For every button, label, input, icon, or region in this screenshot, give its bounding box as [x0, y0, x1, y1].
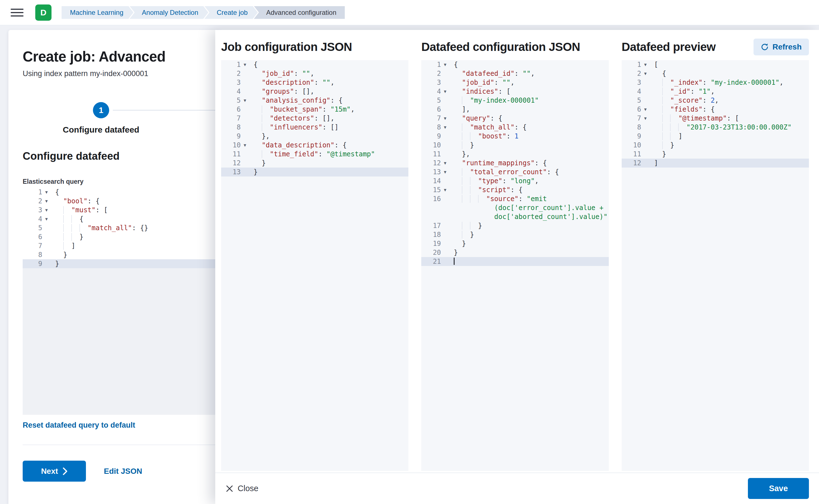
code-line[interactable]: 11 }, [421, 150, 608, 159]
code-line[interactable]: 17 } [421, 221, 608, 230]
code-line[interactable]: 3 "_index": "my-index-000001", [622, 78, 809, 87]
code-text: }, [454, 150, 608, 159]
code-line[interactable]: 1▾{ [421, 60, 608, 69]
code-line[interactable]: 8 "influencers": [] [221, 123, 408, 132]
datafeed-preview-editor[interactable]: 1▾[2▾ {3 "_index": "my-index-000001",4 "… [622, 60, 809, 471]
refresh-button[interactable]: Refresh [754, 39, 809, 55]
fold-caret-icon[interactable]: ▾ [441, 114, 449, 123]
code-line[interactable]: 9} [23, 259, 219, 268]
line-number: 15 [426, 185, 441, 194]
code-line[interactable]: 14 "type": "long", [421, 176, 608, 185]
reset-datafeed-query-link[interactable]: Reset datafeed query to default [23, 421, 135, 430]
code-line[interactable]: 1▾{ [23, 188, 219, 197]
code-line[interactable]: 4 "groups": [], [221, 87, 408, 96]
fold-caret-icon[interactable]: ▾ [441, 168, 449, 176]
editor-empty-area[interactable] [221, 176, 408, 471]
code-line[interactable]: 5▾ "analysis_config": { [221, 96, 408, 105]
code-line[interactable]: 6 "bucket_span": "15m", [221, 105, 408, 114]
line-number-gutter: 1▾ [421, 60, 449, 69]
code-line[interactable]: 5 "match_all": {} [23, 223, 219, 232]
code-line[interactable]: 21 [421, 257, 608, 266]
code-line[interactable]: 8▾ "match_all": { [421, 123, 608, 132]
code-line[interactable]: 7 "detectors": [], [221, 114, 408, 123]
code-line[interactable]: 10 } [622, 141, 809, 150]
editor-empty-area[interactable] [23, 268, 219, 415]
close-button[interactable]: Close [223, 484, 262, 493]
breadcrumb-anomaly-detection[interactable]: Anomaly Detection [129, 6, 208, 19]
code-line[interactable]: 6 } [23, 232, 219, 241]
breadcrumb-machine-learning[interactable]: Machine Learning [62, 6, 133, 19]
code-line[interactable]: 20} [421, 248, 608, 257]
datafeed-config-editor[interactable]: 1▾{2 "datafeed_id": "",3 "job_id": "",4▾… [421, 60, 608, 471]
code-line[interactable]: 11 "time_field": "@timestamp" [221, 150, 408, 159]
code-line[interactable]: 12] [622, 159, 809, 168]
code-line[interactable]: 13▾ "total_error_count": { [421, 168, 608, 176]
code-line[interactable]: 19 } [421, 239, 608, 248]
editor-empty-area[interactable] [622, 168, 809, 471]
fold-caret-icon[interactable]: ▾ [241, 141, 249, 150]
edit-json-link[interactable]: Edit JSON [104, 467, 142, 476]
es-query-editor[interactable]: 1▾{2▾ "bool": {3▾ "must": [4▾ {5 "match_… [23, 188, 219, 415]
code-line[interactable]: 2▾ { [622, 69, 809, 78]
code-line[interactable]: 2 "job_id": "", [221, 69, 408, 78]
editor-empty-area[interactable] [421, 266, 608, 471]
avatar[interactable]: D [35, 4, 51, 21]
code-line[interactable]: 3 "job_id": "", [421, 78, 608, 87]
code-line[interactable]: 1▾{ [221, 60, 408, 69]
code-text: "match_all": {} [55, 223, 219, 232]
code-line[interactable]: 12 } [221, 159, 408, 168]
fold-caret-icon[interactable]: ▾ [241, 96, 249, 105]
code-line[interactable]: 3 "description": "", [221, 78, 408, 87]
code-line[interactable]: 7▾ "@timestamp": [ [622, 114, 809, 123]
code-line[interactable]: 3▾ "must": [ [23, 206, 219, 215]
code-line[interactable]: 4▾ "indices": [ [421, 87, 608, 96]
code-line[interactable]: 6▾ "fields": { [622, 105, 809, 114]
fold-caret-icon[interactable]: ▾ [42, 197, 51, 206]
code-line[interactable]: 15▾ "script": { [421, 185, 608, 194]
code-line[interactable]: 6 ], [421, 105, 608, 114]
code-line[interactable]: 2▾ "bool": { [23, 197, 219, 206]
code-line[interactable]: 10▾ "data_description": { [221, 141, 408, 150]
line-number: 12 [626, 159, 641, 168]
code-line[interactable]: 13} [221, 168, 408, 176]
next-button[interactable]: Next [23, 461, 86, 482]
code-line[interactable]: 4 "_id": "1", [622, 87, 809, 96]
code-line[interactable]: 18 } [421, 230, 608, 239]
fold-caret-icon[interactable]: ▾ [241, 60, 249, 69]
code-line[interactable]: 9 ] [622, 132, 809, 141]
code-line[interactable]: 8 } [23, 250, 219, 259]
fold-caret-icon[interactable]: ▾ [641, 60, 650, 69]
code-line[interactable]: 10 } [421, 141, 608, 150]
code-line[interactable]: 12▾ "runtime_mappings": { [421, 159, 608, 168]
code-line[interactable]: 9 "boost": 1 [421, 132, 608, 141]
code-line[interactable]: 2 "datafeed_id": "", [421, 69, 608, 78]
save-button[interactable]: Save [748, 478, 809, 499]
code-line[interactable]: 8 "2017-03-23T13:00:00.000Z" [622, 123, 809, 132]
fold-caret-icon[interactable]: ▾ [441, 185, 449, 194]
fold-caret-icon[interactable]: ▾ [441, 159, 449, 168]
fold-caret-icon[interactable]: ▾ [641, 69, 650, 78]
code-line[interactable]: 7 ] [23, 241, 219, 250]
fold-caret-icon[interactable]: ▾ [641, 114, 650, 123]
step-circle[interactable]: 1 [93, 102, 109, 118]
breadcrumb-create-job[interactable]: Create job [204, 6, 258, 19]
code-line[interactable]: 11 } [622, 150, 809, 159]
fold-caret-icon[interactable]: ▾ [42, 188, 51, 197]
fold-caret-icon[interactable]: ▾ [441, 123, 449, 132]
fold-caret-icon[interactable]: ▾ [441, 60, 449, 69]
fold-caret-icon[interactable]: ▾ [441, 87, 449, 96]
line-number-gutter: 5▾ [221, 96, 249, 105]
code-line[interactable]: 1▾[ [622, 60, 809, 69]
code-line[interactable]: 7▾ "query": { [421, 114, 608, 123]
line-number-gutter: 12▾ [421, 159, 449, 168]
code-line[interactable]: 5 "my-index-000001" [421, 96, 608, 105]
fold-caret-icon[interactable]: ▾ [641, 105, 650, 114]
code-line[interactable]: 5 "_score": 2, [622, 96, 809, 105]
fold-caret-icon[interactable]: ▾ [42, 215, 51, 223]
fold-caret-icon[interactable]: ▾ [42, 206, 51, 215]
menu-icon[interactable] [11, 6, 23, 19]
code-line[interactable]: 16 "source": "emit (doc['error_count'].v… [421, 194, 608, 221]
code-line[interactable]: 4▾ { [23, 215, 219, 223]
code-line[interactable]: 9 }, [221, 132, 408, 141]
job-config-editor[interactable]: 1▾{2 "job_id": "",3 "description": "",4 … [221, 60, 408, 471]
